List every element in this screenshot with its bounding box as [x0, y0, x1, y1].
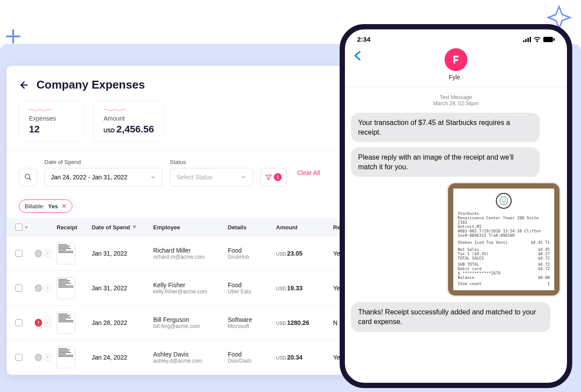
cell-details: FoodGrubHub [225, 247, 273, 260]
add-tag-icon[interactable]: + [44, 284, 51, 292]
receipt-thumbnail[interactable] [57, 346, 75, 368]
search-button[interactable] [19, 168, 37, 186]
sort-icon [132, 225, 137, 230]
svg-point-12 [505, 200, 506, 200]
back-arrow-icon[interactable] [19, 80, 29, 90]
chevron-down-icon [150, 174, 156, 180]
cell-employee: Kelly Fisherkelly.fisher@acme.com [151, 282, 225, 295]
contact-name[interactable]: Fyle› [345, 74, 567, 81]
receipt-thumbnail[interactable] [57, 277, 75, 299]
cell-date: Jan 31, 2022 [89, 250, 151, 257]
signal-icon [523, 37, 531, 42]
col-amount[interactable]: Amount [273, 224, 330, 231]
chip-remove-icon[interactable]: ✕ [61, 203, 67, 210]
col-details[interactable]: Details [225, 224, 273, 231]
status-select[interactable]: Select Status [170, 168, 253, 186]
message-bubble[interactable]: Please reply with an image of the receip… [351, 147, 540, 177]
svg-point-11 [502, 200, 503, 200]
row-checkbox[interactable] [15, 354, 22, 361]
row-checkbox[interactable] [15, 319, 22, 326]
page-title: Company Expenses [36, 78, 145, 92]
filter-count-badge: 1 [274, 173, 282, 181]
cell-date: Jan 28, 2022 [89, 319, 151, 326]
messages-back-button[interactable] [354, 51, 361, 63]
cell-employee: Richard Millerrichard.m@acme.com [151, 247, 225, 260]
svg-rect-8 [543, 37, 553, 42]
date-filter-label: Date of Spend [44, 159, 163, 165]
chevron-down-icon[interactable] [24, 225, 29, 229]
status-indicator-icon: ! [35, 353, 42, 361]
cell-details: SoftwareMicrosoft [225, 316, 273, 329]
svg-point-10 [500, 197, 508, 205]
message-bubble[interactable]: Thanks! Receipt successfully added and m… [351, 302, 550, 331]
stat-expenses: Expenses 12 [19, 100, 85, 142]
phone-time: 2:34 [357, 36, 370, 43]
cell-employee: Bill Fergusonbill.ferg@acme.com [151, 316, 225, 329]
cell-date: Jan 31, 2022 [89, 285, 151, 292]
chevron-down-icon [240, 174, 247, 180]
svg-rect-5 [525, 39, 527, 42]
svg-rect-6 [527, 38, 529, 42]
phone-mockup: 2:34 Fyle› Text Message March 28, 02:34p… [340, 24, 572, 388]
select-all-checkbox[interactable] [15, 224, 22, 231]
filter-chip-billable[interactable]: Billable: Yes ✕ [19, 200, 72, 213]
status-indicator-icon: ! [35, 249, 42, 257]
stat-amount: Amount USD2,456.56 [93, 100, 164, 142]
stat-label: Expenses [29, 115, 75, 122]
status-indicator-icon: ! [35, 319, 42, 327]
cell-date: Jan 24, 2022 [89, 354, 151, 361]
receipt-thumbnail[interactable] [57, 312, 75, 334]
add-tag-icon[interactable]: + [44, 249, 51, 257]
cell-employee: Ashley Davisashley.d@acme.com [151, 351, 225, 364]
col-employee[interactable]: Employee [151, 224, 225, 231]
add-tag-icon[interactable]: + [44, 353, 51, 361]
col-receipt[interactable]: Receipt [54, 224, 89, 231]
cell-amount: USD1280.26 [273, 319, 330, 326]
filter-icon [265, 174, 272, 181]
date-range-select[interactable]: Jan 24, 2022 - Jan 31, 2022 [44, 168, 163, 186]
svg-rect-9 [553, 38, 555, 41]
plus-decoration [5, 29, 21, 44]
svg-rect-4 [523, 40, 524, 42]
filter-button[interactable]: 1 [260, 168, 287, 186]
status-filter-label: Status [170, 159, 253, 165]
cell-amount: USD23.05 [273, 250, 330, 257]
message-bubble[interactable]: Your transaction of $7.45 at Starbucks r… [351, 113, 540, 142]
receipt-attachment[interactable]: Starbucks Renaissance Center Tower 200 S… [447, 182, 561, 297]
message-header: Fyle› [345, 45, 567, 87]
stat-value: 12 [29, 124, 75, 135]
cell-details: FoodUber Eats [225, 282, 273, 295]
starbucks-logo-icon [496, 193, 512, 209]
contact-avatar[interactable] [445, 48, 467, 71]
wifi-icon [534, 37, 541, 42]
add-tag-icon[interactable]: + [44, 319, 51, 327]
message-timestamp: Text Message March 28, 02:34pm [345, 87, 567, 109]
status-indicator-icon: ! [35, 284, 42, 292]
row-checkbox[interactable] [15, 250, 22, 257]
stat-value: USD2,456.56 [104, 124, 154, 135]
phone-status-bar: 2:34 [345, 29, 567, 45]
cell-amount: USD19.33 [273, 285, 330, 292]
search-icon [24, 173, 32, 181]
svg-point-2 [25, 174, 30, 179]
cell-details: FoodDoorDash [225, 351, 273, 364]
col-date[interactable]: Date of Spend [89, 224, 151, 231]
battery-icon [543, 37, 555, 42]
receipt-thumbnail[interactable] [57, 242, 75, 264]
clear-all-link[interactable]: Clear All [294, 169, 320, 176]
cell-amount: USD20.34 [273, 354, 330, 361]
stat-label: Amount [104, 115, 154, 122]
svg-line-3 [29, 178, 31, 180]
svg-rect-7 [530, 37, 531, 42]
row-checkbox[interactable] [15, 285, 22, 292]
